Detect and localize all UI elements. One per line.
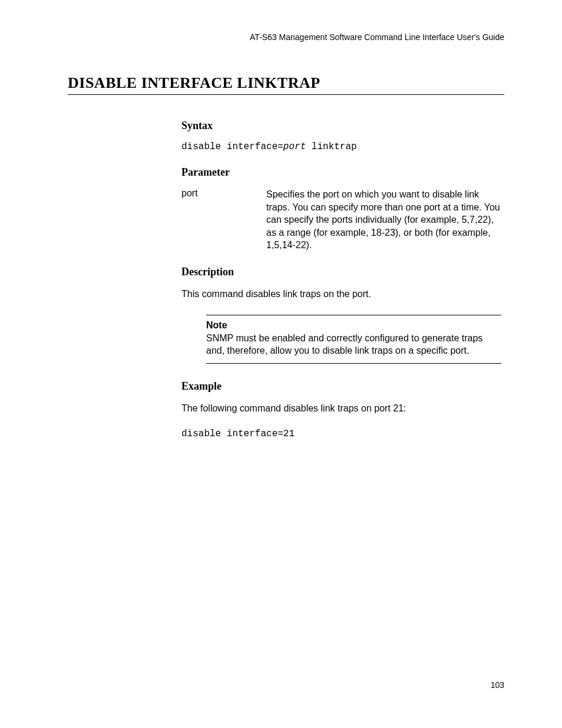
page-number: 103 xyxy=(491,680,504,690)
note-label: Note xyxy=(206,320,501,331)
example-intro: The following command disables link trap… xyxy=(181,402,504,415)
syntax-suffix: linktrap xyxy=(306,141,356,152)
syntax-param: port xyxy=(283,141,306,152)
note-text: SNMP must be enabled and correctly confi… xyxy=(206,332,501,357)
note-box: Note SNMP must be enabled and correctly … xyxy=(206,315,501,364)
description-heading: Description xyxy=(181,266,504,278)
page-title: DISABLE INTERFACE LINKTRAP xyxy=(68,74,504,95)
page-header: AT-S63 Management Software Command Line … xyxy=(68,32,504,42)
syntax-prefix: disable interface= xyxy=(181,141,283,152)
parameter-row: port Specifies the port on which you wan… xyxy=(181,188,504,252)
syntax-code: disable interface=port linktrap xyxy=(181,141,504,152)
parameter-heading: Parameter xyxy=(181,166,504,179)
description-text: This command disables link traps on the … xyxy=(181,288,504,301)
parameter-name: port xyxy=(181,188,266,252)
example-heading: Example xyxy=(181,380,504,393)
syntax-heading: Syntax xyxy=(181,120,504,132)
example-code: disable interface=21 xyxy=(181,429,504,439)
parameter-description: Specifies the port on which you want to … xyxy=(266,188,504,252)
